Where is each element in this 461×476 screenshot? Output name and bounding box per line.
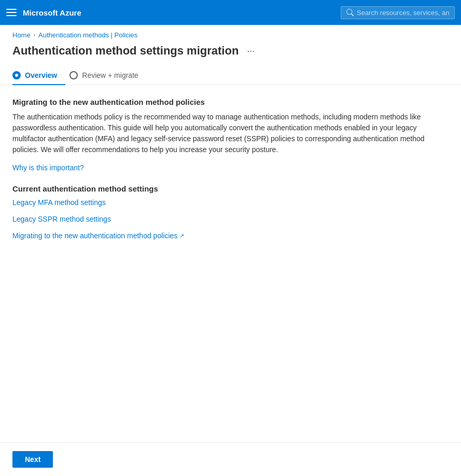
tab-review-migrate[interactable]: Review + migrate xyxy=(69,66,147,85)
search-icon xyxy=(346,9,354,16)
list-item: Legacy SSPR method settings xyxy=(12,215,449,223)
topbar: Microsoft Azure xyxy=(0,0,461,25)
why-important-link[interactable]: Why is this important? xyxy=(12,164,84,172)
breadcrumb-home[interactable]: Home xyxy=(12,31,31,39)
tab-overview[interactable]: Overview xyxy=(12,66,65,85)
search-input[interactable] xyxy=(357,9,449,17)
footer: Next xyxy=(0,442,461,476)
links-list: Legacy MFA method settings Legacy SSPR m… xyxy=(12,198,449,240)
tab-overview-radio xyxy=(12,71,21,79)
tabs-container: Overview Review + migrate xyxy=(0,66,461,85)
breadcrumb-chevron-1: › xyxy=(34,32,35,38)
page-title: Authentication method settings migration xyxy=(12,44,239,58)
next-button[interactable]: Next xyxy=(12,451,53,468)
breadcrumb: Home › Authentication methods | Policies xyxy=(0,25,461,42)
tab-overview-label: Overview xyxy=(25,71,57,79)
tab-review-migrate-label: Review + migrate xyxy=(82,71,138,79)
migrating-link[interactable]: Migrating to the new authentication meth… xyxy=(12,232,184,240)
legacy-mfa-link[interactable]: Legacy MFA method settings xyxy=(12,198,106,207)
main-section-title: Migrating to the new authentication meth… xyxy=(12,98,449,106)
breadcrumb-parent[interactable]: Authentication methods | Policies xyxy=(38,31,137,39)
migrating-link-label: Migrating to the new authentication meth… xyxy=(12,232,177,240)
more-options-button[interactable]: ··· xyxy=(244,45,258,58)
main-content: Migrating to the new authentication meth… xyxy=(0,85,461,442)
azure-logo: Microsoft Azure xyxy=(23,8,81,17)
description-text: The authentication methods policy is the… xyxy=(12,112,449,155)
tab-review-migrate-radio xyxy=(69,71,78,79)
hamburger-menu-button[interactable] xyxy=(6,7,17,18)
search-bar[interactable] xyxy=(341,6,455,19)
page-title-area: Authentication method settings migration… xyxy=(0,42,461,66)
current-section-title: Current authentication method settings xyxy=(12,184,449,193)
list-item: Legacy MFA method settings xyxy=(12,198,449,207)
list-item: Migrating to the new authentication meth… xyxy=(12,232,449,240)
external-link-icon: ↗ xyxy=(179,233,184,239)
legacy-sspr-link[interactable]: Legacy SSPR method settings xyxy=(12,215,111,223)
